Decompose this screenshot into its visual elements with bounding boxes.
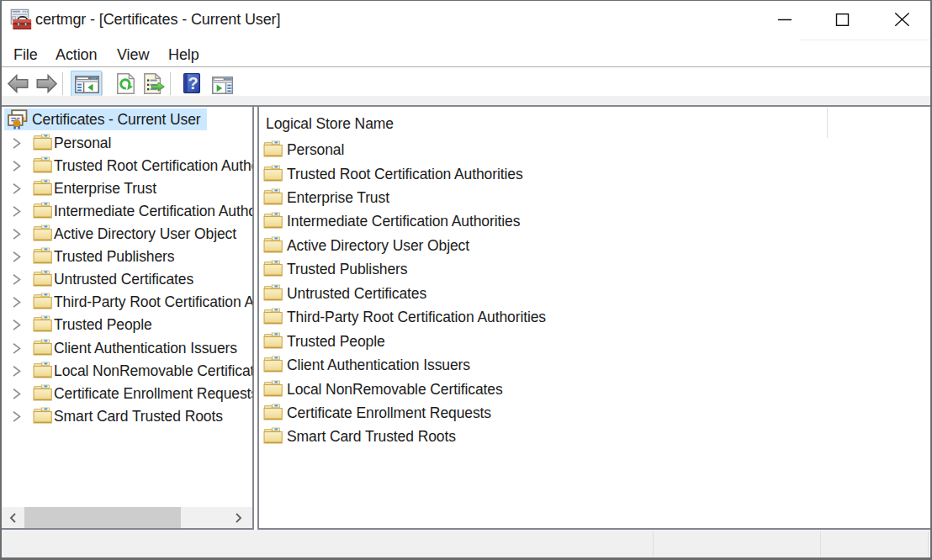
svg-text:?: ? [188,74,198,92]
